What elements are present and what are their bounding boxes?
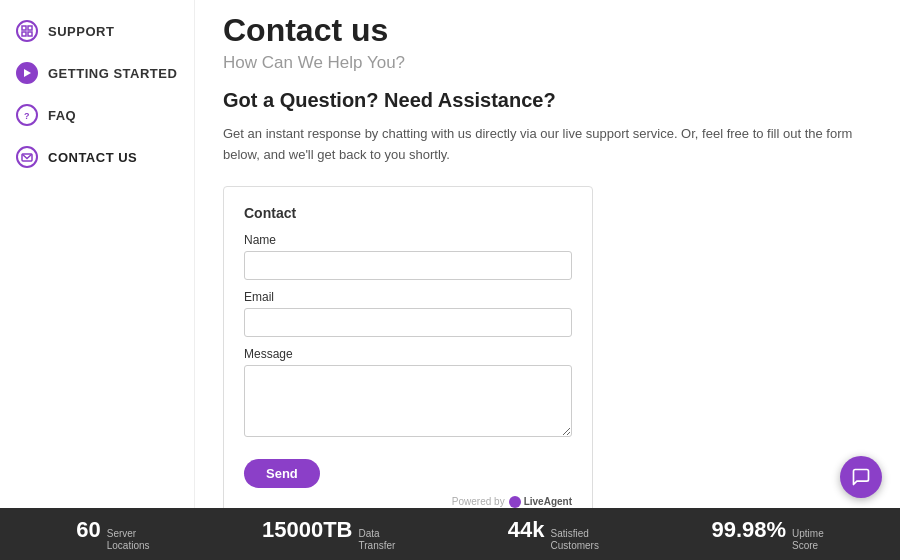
email-field-group: Email [244,290,572,337]
sidebar-item-support-label: Support [48,24,114,39]
sidebar-item-contact-us[interactable]: Contact Us [0,136,194,178]
section-heading: Got a Question? Need Assistance? [223,89,872,112]
email-input[interactable] [244,308,572,337]
question-icon: ? [16,104,38,126]
send-button[interactable]: Send [244,459,320,488]
stat-data-transfer-label: DataTransfer [359,528,396,552]
stat-customers-number: 44k [508,517,545,543]
liveagent-brand: LiveAgent [524,496,572,507]
stat-uptime-label: UptimeScore [792,528,824,552]
sidebar-item-support[interactable]: Support [0,10,194,52]
chat-button[interactable] [840,456,882,498]
stat-customers: 44k SatisfiedCustomers [508,517,599,552]
description: Get an instant response by chatting with… [223,124,863,166]
stat-customers-label: SatisfiedCustomers [551,528,599,552]
sidebar-item-faq[interactable]: ? FAQ [0,94,194,136]
name-label: Name [244,233,572,247]
grid-icon [16,20,38,42]
svg-rect-3 [28,32,32,36]
sidebar-item-faq-label: FAQ [48,108,76,123]
page-subtitle: How Can We Help You? [223,53,872,73]
footer-stats-bar: 60 ServerLocations 15000TB DataTransfer … [0,508,900,560]
sidebar-item-getting-started-label: Getting Started [48,66,177,81]
stat-server-locations-label: ServerLocations [107,528,150,552]
stat-data-transfer: 15000TB DataTransfer [262,517,395,552]
message-label: Message [244,347,572,361]
svg-text:?: ? [24,111,30,121]
name-input[interactable] [244,251,572,280]
powered-by-text: Powered by [452,496,505,507]
main-content: Contact us How Can We Help You? Got a Qu… [195,0,900,508]
name-field-group: Name [244,233,572,280]
contact-card-title: Contact [244,205,572,221]
page-title: Contact us [223,12,872,49]
svg-rect-1 [28,26,32,30]
svg-marker-4 [24,69,31,77]
sidebar-item-contact-us-label: Contact Us [48,150,137,165]
svg-rect-2 [22,32,26,36]
message-textarea[interactable] [244,365,572,437]
liveagent-dot-icon [509,496,521,508]
stat-data-transfer-number: 15000TB [262,517,353,543]
stat-uptime: 99.98% UptimeScore [711,517,823,552]
sidebar: Support Getting Started ? FAQ [0,0,195,508]
email-label: Email [244,290,572,304]
svg-rect-0 [22,26,26,30]
stat-server-locations-number: 60 [76,517,100,543]
stat-server-locations: 60 ServerLocations [76,517,149,552]
play-icon [16,62,38,84]
powered-by: Powered by LiveAgent [244,496,572,508]
stat-uptime-number: 99.98% [711,517,786,543]
liveagent-logo: LiveAgent [509,496,572,508]
mail-icon [16,146,38,168]
contact-card: Contact Name Email Message Send Powered … [223,186,593,508]
message-field-group: Message [244,347,572,441]
sidebar-item-getting-started[interactable]: Getting Started [0,52,194,94]
